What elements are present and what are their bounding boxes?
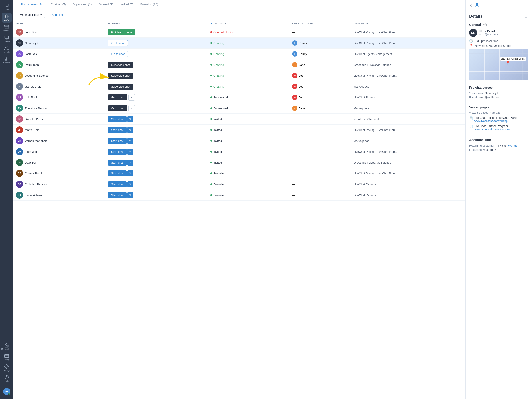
sidebar-item-reports[interactable]: Reports [2, 55, 12, 65]
page-details-1: LiveChat Pricing | LiveChat Plans www.li… [474, 116, 517, 123]
last-page-cell: Install LiveChat code [351, 114, 466, 125]
start-chat-button[interactable]: Start chat [108, 138, 127, 144]
col-header-lastpage: LAST PAGE [351, 20, 466, 27]
edit-invite-button[interactable]: ✎ [127, 127, 133, 133]
activity-label: Invited [214, 150, 222, 153]
start-chat-button[interactable]: Start chat [108, 116, 127, 122]
table-row: JB John Bon Pick from queue Queued (1 mi… [13, 27, 466, 38]
action-cell: Go to chat [105, 38, 208, 49]
activity-label: Chatting [214, 41, 224, 45]
customer-avatar: MH [16, 126, 23, 133]
edit-invite-button[interactable]: ✎ [127, 160, 133, 165]
goto-chat-button[interactable]: Go to chat [108, 95, 127, 101]
goto-chat-button[interactable]: Go to chat [108, 40, 128, 46]
name-cell: JG Josh Gale [13, 49, 105, 59]
tab-browsing[interactable]: Browsing (80) [137, 0, 162, 9]
activity-cell: Invited [208, 146, 290, 157]
user-avatar-sidebar[interactable]: ME [3, 386, 10, 397]
agent-avatar: J [292, 106, 298, 111]
match-all-filters-button[interactable]: Match all filters ▾ [17, 12, 45, 18]
sidebar-item-marketplace[interactable]: Marketplace [2, 342, 12, 352]
chatting-with-cell: KKenny [290, 49, 351, 59]
start-chat-button[interactable]: Start chat [108, 149, 127, 155]
pick-queue-button[interactable]: Pick from queue [108, 29, 135, 35]
edit-invite-button[interactable]: ✎ [127, 181, 133, 187]
sidebar-item-billing[interactable]: Billing [2, 352, 12, 362]
sidebar-item-settings[interactable]: Settings [2, 363, 12, 373]
edit-invite-button[interactable]: ✎ [127, 149, 133, 155]
last-page-cell: LiveChat Pricing | LiveChat Plans [351, 38, 466, 49]
user-panel-avatar: NB [469, 29, 477, 37]
last-page-text: LiveChat Pricing | LiveChat Plans - Cu [354, 150, 398, 153]
activity-label: Queued (1 min) [214, 31, 234, 34]
action-cell: Start chat✎ [105, 168, 208, 179]
col-header-chatting: CHATTING WITH [290, 20, 351, 27]
start-chat-button[interactable]: Start chat [108, 160, 127, 165]
status-dot [210, 183, 212, 185]
chatting-with-cell: JoJoe [290, 81, 351, 92]
last-page-text: LiveChat Reports [354, 96, 398, 99]
sidebar-item-archives[interactable]: Archives [2, 24, 12, 33]
tab-queued[interactable]: Queued (1) [95, 0, 117, 9]
goto-chat-button[interactable]: Go to chat [108, 51, 128, 57]
customer-name: Theodore Nelson [25, 107, 47, 110]
sidebar-item-agents[interactable]: Agents [2, 45, 12, 55]
start-chat-button[interactable]: Start chat [108, 181, 127, 187]
action-cell: Start chat✎ [105, 135, 208, 146]
sidebar-item-tickets[interactable]: Tickets [2, 34, 12, 44]
last-page-cell: LiveChat Pricing | LiveChat Plans - Cu [351, 146, 466, 157]
tab-supervised[interactable]: Supervised (2) [69, 0, 95, 9]
edit-invite-button[interactable]: ✎ [127, 171, 133, 177]
location-text: New York, NY, United States [475, 44, 511, 47]
panel-person-button[interactable] [475, 3, 479, 8]
activity-label: Chatting [214, 85, 224, 88]
sidebar-item-chats[interactable]: Chats [2, 2, 12, 12]
start-chat-button[interactable]: Start chat [108, 171, 127, 177]
chatting-with-dash: — [292, 31, 295, 34]
edit-invite-button[interactable]: ✎ [127, 116, 133, 122]
customer-name: Christian Parsons [25, 183, 48, 186]
page-url-1[interactable]: www.livechatinc.com/pricing/ [474, 120, 517, 123]
tab-all-customers[interactable]: All customers (94) [17, 0, 47, 9]
edit-invite-button[interactable]: ✎ [127, 192, 133, 198]
start-chat-button[interactable]: Start chat [108, 127, 127, 133]
activity-label: Chatting [214, 63, 224, 66]
agent-name: Jane [299, 107, 305, 110]
supervise-chat-button[interactable]: Supervise chat [108, 83, 133, 89]
sidebar-item-traffic[interactable]: Traffic [2, 13, 12, 23]
panel-close-button[interactable]: ✕ [469, 4, 472, 8]
supervise-chat-button[interactable]: Supervise chat [108, 62, 133, 68]
page-url-2[interactable]: www.partners.livechatinc.com/ [474, 128, 510, 131]
supervise-chat-button[interactable]: Supervise chat [108, 73, 133, 79]
customer-avatar: LA [16, 191, 23, 199]
chatting-with-cell: — [290, 168, 351, 179]
customer-name: Connor Brooks [25, 172, 44, 175]
chatting-with-dash: — [292, 161, 295, 164]
chats-link[interactable]: 6 chats [508, 144, 517, 147]
last-page-text: LiveChat Reports [354, 194, 398, 197]
action-cell: Start chat✎ [105, 157, 208, 168]
panel-more-button[interactable]: ... [525, 14, 528, 19]
customer-avatar: JB [16, 29, 23, 36]
chatting-with-cell: — [290, 135, 351, 146]
start-chat-button[interactable]: Start chat [108, 192, 127, 198]
activity-label: Invited [214, 161, 222, 164]
tab-invited[interactable]: Invited (5) [117, 0, 137, 9]
tab-chatting[interactable]: Chatting (5) [47, 0, 69, 9]
edit-invite-button[interactable]: ✎ [127, 138, 133, 144]
goto-chat-button[interactable]: Go to chat [108, 105, 127, 111]
stop-supervise-button[interactable]: ✕ [128, 105, 135, 112]
add-filter-button[interactable]: + Add filter [47, 12, 66, 18]
chatting-with-cell: — [290, 157, 351, 168]
status-dot [210, 96, 212, 98]
customers-table-container: NAME ACTIONS ▼ ACTIVITY CHATTING WITH LA… [13, 20, 466, 399]
customer-avatar: GC [16, 83, 23, 90]
stop-supervise-button[interactable]: ✕ [128, 94, 135, 101]
customer-name: Lucas Adams [25, 194, 42, 197]
table-row: GC Garrett Craig Supervise chat Chatting… [13, 81, 466, 92]
customer-avatar: DB [16, 159, 23, 166]
last-page-cell: Greetings | LiveChat Settings [351, 157, 466, 168]
toolbar: Match all filters ▾ + Add filter [13, 9, 466, 20]
chatting-with-dash: — [292, 172, 295, 175]
sidebar-item-help[interactable]: Help [2, 374, 12, 383]
